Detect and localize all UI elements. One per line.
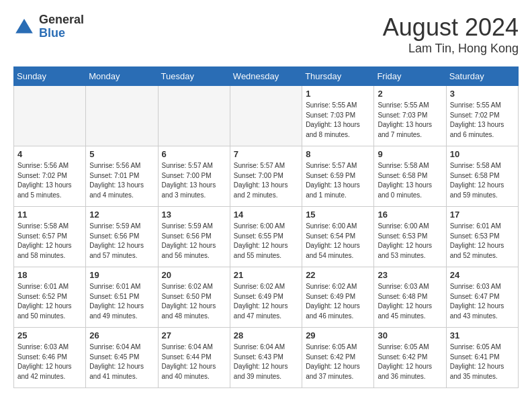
page-title: August 2024 — [383, 13, 519, 42]
day-number: 23 — [378, 270, 442, 280]
day-number: 3 — [450, 89, 515, 99]
calendar-cell: 31Sunrise: 6:05 AMSunset: 6:41 PMDayligh… — [446, 328, 518, 388]
calendar-cell: 16Sunrise: 6:00 AMSunset: 6:53 PMDayligh… — [374, 207, 446, 267]
week-row-2: 11Sunrise: 5:58 AMSunset: 6:57 PMDayligh… — [14, 207, 519, 267]
logo-icon — [13, 16, 35, 38]
day-info: Sunrise: 5:58 AMSunset: 6:58 PMDaylight:… — [378, 161, 442, 200]
day-number: 16 — [378, 210, 442, 220]
header-row: SundayMondayTuesdayWednesdayThursdayFrid… — [14, 67, 519, 86]
day-number: 8 — [306, 149, 370, 159]
day-info: Sunrise: 6:01 AMSunset: 6:53 PMDaylight:… — [450, 222, 515, 261]
day-number: 9 — [378, 149, 442, 159]
day-number: 21 — [234, 270, 298, 280]
day-info: Sunrise: 6:02 AMSunset: 6:50 PMDaylight:… — [162, 282, 226, 321]
calendar-cell: 15Sunrise: 6:00 AMSunset: 6:54 PMDayligh… — [302, 207, 374, 267]
calendar-cell: 1Sunrise: 5:55 AMSunset: 7:03 PMDaylight… — [302, 86, 374, 146]
calendar-cell: 4Sunrise: 5:56 AMSunset: 7:02 PMDaylight… — [14, 146, 86, 207]
day-info: Sunrise: 6:03 AMSunset: 6:47 PMDaylight:… — [450, 282, 515, 321]
day-number: 17 — [450, 210, 515, 220]
day-number: 6 — [162, 149, 226, 159]
day-info: Sunrise: 6:05 AMSunset: 6:42 PMDaylight:… — [378, 342, 442, 381]
calendar-cell: 21Sunrise: 6:02 AMSunset: 6:49 PMDayligh… — [230, 267, 302, 328]
day-number: 18 — [17, 270, 82, 280]
day-number: 13 — [162, 210, 226, 220]
calendar-cell: 6Sunrise: 5:57 AMSunset: 7:00 PMDaylight… — [158, 146, 230, 207]
title-area: August 2024 Lam Tin, Hong Kong — [383, 13, 519, 56]
calendar-cell — [158, 86, 230, 146]
calendar-cell: 12Sunrise: 5:59 AMSunset: 6:56 PMDayligh… — [86, 207, 158, 267]
day-number: 1 — [306, 89, 370, 99]
day-info: Sunrise: 6:05 AMSunset: 6:42 PMDaylight:… — [306, 342, 370, 381]
day-number: 2 — [378, 89, 442, 99]
calendar-cell: 13Sunrise: 5:59 AMSunset: 6:56 PMDayligh… — [158, 207, 230, 267]
day-info: Sunrise: 6:01 AMSunset: 6:52 PMDaylight:… — [17, 282, 82, 321]
day-number: 30 — [378, 330, 442, 340]
calendar-cell: 29Sunrise: 6:05 AMSunset: 6:42 PMDayligh… — [302, 328, 374, 388]
day-info: Sunrise: 6:02 AMSunset: 6:49 PMDaylight:… — [234, 282, 298, 321]
page-subtitle: Lam Tin, Hong Kong — [383, 42, 519, 56]
day-info: Sunrise: 5:58 AMSunset: 6:58 PMDaylight:… — [450, 161, 515, 200]
col-header-saturday: Saturday — [446, 67, 518, 86]
calendar-cell: 24Sunrise: 6:03 AMSunset: 6:47 PMDayligh… — [446, 267, 518, 328]
day-info: Sunrise: 6:04 AMSunset: 6:44 PMDaylight:… — [162, 342, 226, 381]
calendar-cell: 18Sunrise: 6:01 AMSunset: 6:52 PMDayligh… — [14, 267, 86, 328]
day-info: Sunrise: 5:57 AMSunset: 6:59 PMDaylight:… — [306, 161, 370, 200]
col-header-tuesday: Tuesday — [158, 67, 230, 86]
calendar-cell: 23Sunrise: 6:03 AMSunset: 6:48 PMDayligh… — [374, 267, 446, 328]
calendar-cell: 28Sunrise: 6:04 AMSunset: 6:43 PMDayligh… — [230, 328, 302, 388]
day-info: Sunrise: 6:03 AMSunset: 6:48 PMDaylight:… — [378, 282, 442, 321]
day-info: Sunrise: 6:05 AMSunset: 6:41 PMDaylight:… — [450, 342, 515, 381]
day-info: Sunrise: 5:57 AMSunset: 7:00 PMDaylight:… — [162, 161, 226, 200]
day-number: 15 — [306, 210, 370, 220]
col-header-sunday: Sunday — [14, 67, 86, 86]
day-info: Sunrise: 5:57 AMSunset: 7:00 PMDaylight:… — [234, 161, 298, 200]
calendar-cell — [86, 86, 158, 146]
week-row-1: 4Sunrise: 5:56 AMSunset: 7:02 PMDaylight… — [14, 146, 519, 207]
logo-line2: Blue — [39, 27, 84, 40]
calendar-cell: 30Sunrise: 6:05 AMSunset: 6:42 PMDayligh… — [374, 328, 446, 388]
day-info: Sunrise: 5:56 AMSunset: 7:01 PMDaylight:… — [89, 161, 154, 200]
calendar-cell: 2Sunrise: 5:55 AMSunset: 7:03 PMDaylight… — [374, 86, 446, 146]
day-info: Sunrise: 6:02 AMSunset: 6:49 PMDaylight:… — [306, 282, 370, 321]
calendar-cell: 27Sunrise: 6:04 AMSunset: 6:44 PMDayligh… — [158, 328, 230, 388]
day-info: Sunrise: 6:03 AMSunset: 6:46 PMDaylight:… — [17, 342, 82, 381]
day-info: Sunrise: 6:00 AMSunset: 6:54 PMDaylight:… — [306, 222, 370, 261]
day-number: 11 — [17, 210, 82, 220]
col-header-friday: Friday — [374, 67, 446, 86]
week-row-3: 18Sunrise: 6:01 AMSunset: 6:52 PMDayligh… — [14, 267, 519, 328]
day-info: Sunrise: 5:59 AMSunset: 6:56 PMDaylight:… — [89, 222, 154, 261]
day-number: 10 — [450, 149, 515, 159]
day-number: 4 — [17, 149, 82, 159]
calendar-cell: 3Sunrise: 5:55 AMSunset: 7:02 PMDaylight… — [446, 86, 518, 146]
day-info: Sunrise: 5:56 AMSunset: 7:02 PMDaylight:… — [17, 161, 82, 200]
calendar-cell: 17Sunrise: 6:01 AMSunset: 6:53 PMDayligh… — [446, 207, 518, 267]
day-number: 26 — [89, 330, 154, 340]
day-number: 22 — [306, 270, 370, 280]
logo-line1: General — [39, 13, 84, 27]
calendar-cell: 11Sunrise: 5:58 AMSunset: 6:57 PMDayligh… — [14, 207, 86, 267]
calendar-cell: 20Sunrise: 6:02 AMSunset: 6:50 PMDayligh… — [158, 267, 230, 328]
day-number: 27 — [162, 330, 226, 340]
col-header-monday: Monday — [86, 67, 158, 86]
calendar-cell: 22Sunrise: 6:02 AMSunset: 6:49 PMDayligh… — [302, 267, 374, 328]
day-number: 7 — [234, 149, 298, 159]
week-row-0: 1Sunrise: 5:55 AMSunset: 7:03 PMDaylight… — [14, 86, 519, 146]
col-header-thursday: Thursday — [302, 67, 374, 86]
day-number: 20 — [162, 270, 226, 280]
col-header-wednesday: Wednesday — [230, 67, 302, 86]
week-row-4: 25Sunrise: 6:03 AMSunset: 6:46 PMDayligh… — [14, 328, 519, 388]
calendar-cell: 9Sunrise: 5:58 AMSunset: 6:58 PMDaylight… — [374, 146, 446, 207]
logo-text: General Blue — [39, 13, 84, 40]
day-info: Sunrise: 6:00 AMSunset: 6:55 PMDaylight:… — [234, 222, 298, 261]
day-number: 5 — [89, 149, 154, 159]
day-number: 25 — [17, 330, 82, 340]
day-info: Sunrise: 5:55 AMSunset: 7:03 PMDaylight:… — [306, 101, 370, 140]
day-number: 24 — [450, 270, 515, 280]
calendar-cell: 5Sunrise: 5:56 AMSunset: 7:01 PMDaylight… — [86, 146, 158, 207]
calendar-table: SundayMondayTuesdayWednesdayThursdayFrid… — [13, 66, 519, 388]
day-number: 19 — [89, 270, 154, 280]
day-number: 12 — [89, 210, 154, 220]
day-info: Sunrise: 6:00 AMSunset: 6:53 PMDaylight:… — [378, 222, 442, 261]
day-number: 31 — [450, 330, 515, 340]
calendar-cell: 7Sunrise: 5:57 AMSunset: 7:00 PMDaylight… — [230, 146, 302, 207]
